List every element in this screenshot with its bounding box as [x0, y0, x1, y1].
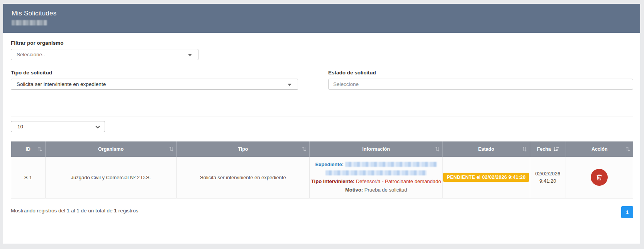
tipo-filter-label: Tipo de solicitud [11, 70, 298, 76]
delete-button[interactable] [591, 169, 608, 186]
fecha-time: 9:41:20 [530, 177, 566, 185]
estado-select-input[interactable] [328, 79, 633, 90]
column-header-organismo[interactable]: Organismo [45, 141, 176, 157]
records-info-suffix: registros [117, 208, 139, 214]
motivo-line: Motivo: Prueba de solicitud [310, 186, 442, 194]
section-divider [11, 116, 633, 116]
content-area: Filtrar por organismo Seleccione.. Tipo … [3, 40, 640, 218]
expediente-label[interactable]: Expediente: [315, 162, 344, 167]
expediente-line-2 [310, 169, 442, 177]
chevron-down-icon [95, 126, 100, 129]
sort-arrows-icon [169, 147, 173, 151]
sort-arrows-icon [302, 147, 306, 151]
table-header-row: ID Organismo Tipo [11, 141, 633, 157]
redacted-expediente-2 [325, 170, 427, 175]
redacted-expediente-1 [345, 162, 437, 167]
estado-filter-label: Estado de solicitud [328, 70, 633, 76]
page-background: Mis Solicitudes Filtrar por organismo Se… [0, 0, 644, 249]
organismo-filter-label: Filtrar por organismo [11, 40, 633, 46]
estado-filter-group: Estado de solicitud [328, 70, 633, 90]
interviniente-line: Tipo Interviniente: Defensor/a - Patroci… [310, 177, 442, 186]
status-badge: PENDIENTE el 02/02/2026 9:41:20 [443, 173, 529, 182]
main-panel: Mis Solicitudes Filtrar por organismo Se… [3, 4, 640, 244]
page-size-value: 10 [17, 124, 23, 130]
cell-fecha: 02/02/2026 9:41:20 [530, 157, 566, 198]
tipo-interviniente-label: Tipo Interviniente: [311, 178, 354, 184]
tipo-interviniente-value: Defensor/a - Patrocinante demandado [356, 178, 441, 184]
page-title: Mis Solicitudes [12, 10, 640, 17]
column-header-label: Información [362, 146, 390, 152]
solicitudes-table: ID Organismo Tipo [11, 141, 633, 199]
pagination-page-1-button[interactable]: 1 [621, 206, 633, 218]
sort-arrows-icon [522, 147, 527, 151]
tipo-select-value: Solicita ser interviniente en expediente [17, 81, 106, 87]
trash-icon [596, 174, 603, 181]
column-header-fecha[interactable]: Fecha [530, 141, 566, 157]
sort-desc-icon [554, 147, 559, 151]
cell-estado: PENDIENTE el 02/02/2026 9:41:20 [443, 157, 530, 198]
records-info-total: 1 [114, 208, 117, 214]
sort-arrows-icon [38, 147, 42, 151]
filter-row: Tipo de solicitud Solicita ser intervini… [11, 70, 633, 90]
cell-organismo: Juzgado Civil y Comercial Nº 2 D.S. [45, 157, 176, 198]
cell-accion [566, 157, 633, 198]
tipo-select[interactable]: Solicita ser interviniente en expediente [11, 79, 298, 90]
expediente-line: Expediente: [310, 160, 442, 169]
motivo-value: Prueba de solicitud [364, 187, 407, 193]
column-header-label: Organismo [98, 146, 124, 152]
tipo-filter-group: Tipo de solicitud Solicita ser intervini… [11, 70, 298, 90]
column-header-estado[interactable]: Estado [443, 141, 530, 157]
column-header-tipo[interactable]: Tipo [176, 141, 310, 157]
column-header-label: Estado [478, 146, 494, 152]
cell-informacion: Expediente: Tipo Interviniente: Defensor… [310, 157, 443, 198]
cell-id: S-1 [11, 157, 46, 198]
column-header-informacion[interactable]: Información [310, 141, 443, 157]
organismo-select-value: Seleccione.. [17, 52, 45, 57]
records-info-prefix: Mostrando registros del 1 al 1 de un tot… [11, 208, 114, 214]
table-row: S-1 Juzgado Civil y Comercial Nº 2 D.S. … [11, 157, 633, 198]
caret-down-icon [188, 54, 192, 56]
column-header-label: Acción [591, 146, 608, 152]
sort-arrows-icon [435, 147, 439, 151]
caret-down-icon [288, 84, 291, 86]
column-header-label: Fecha [537, 146, 551, 152]
redacted-username [12, 20, 47, 25]
motivo-label: Motivo: [345, 187, 363, 193]
column-header-id[interactable]: ID [11, 141, 46, 157]
records-info: Mostrando registros del 1 al 1 de un tot… [11, 208, 138, 214]
organismo-select[interactable]: Seleccione.. [11, 49, 198, 60]
cell-tipo: Solicita ser interviniente en expediente [176, 157, 310, 198]
table-footer: Mostrando registros del 1 al 1 de un tot… [11, 206, 633, 218]
page-header: Mis Solicitudes [3, 4, 640, 33]
column-header-accion[interactable]: Acción [566, 141, 633, 157]
column-header-label: Tipo [238, 146, 248, 152]
page-size-select[interactable]: 10 [11, 121, 105, 132]
sort-arrows-icon [626, 147, 630, 151]
column-header-label: ID [25, 146, 31, 152]
fecha-date: 02/02/2026 [530, 170, 566, 177]
